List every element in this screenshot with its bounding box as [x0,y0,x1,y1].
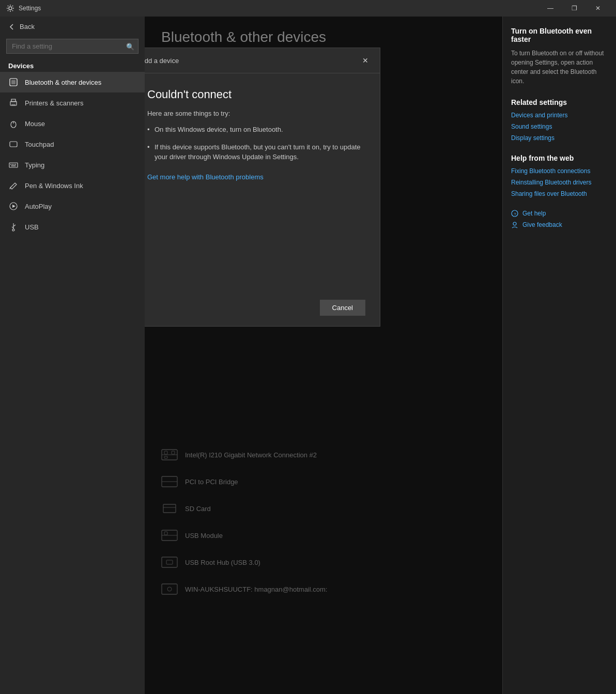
link-fixing-bluetooth[interactable]: Fixing Bluetooth connections [511,167,608,175]
sidebar-item-pen[interactable]: Pen & Windows Ink [0,175,145,196]
right-panel-tip: Turn on Bluetooth even faster To turn Bl… [511,27,608,86]
dialog-bullet-2: If this device supports Bluetooth, but y… [147,142,365,162]
add-device-dialog: Add a device ✕ Couldn't connect Here are… [145,48,380,327]
sidebar-item-autoplay[interactable]: AutoPlay [0,196,145,217]
dialog-bluetooth-help-link[interactable]: Get more help with Bluetooth problems [147,173,264,181]
minimize-button[interactable]: — [538,0,562,17]
feedback-icon [511,221,518,228]
svg-rect-13 [11,104,16,106]
sidebar-item-label-touchpad: Touchpad [25,141,54,148]
svg-rect-16 [10,142,17,147]
sidebar-item-label-printers: Printers & scanners [25,99,83,107]
svg-point-3 [7,8,8,9]
get-help-label: Get help [522,210,546,217]
svg-point-8 [8,10,9,11]
settings-icon [6,4,14,12]
svg-point-7 [12,6,13,7]
dialog-close-button[interactable]: ✕ [358,53,373,68]
titlebar-controls: — ❐ ✕ [538,0,610,17]
usb-icon [8,222,19,232]
dialog-body: Couldn't connect Here are some things to… [145,73,380,291]
link-sharing-files[interactable]: Sharing files over Bluetooth [511,190,608,197]
tip-text: To turn Bluetooth on or off without open… [511,49,608,86]
keyboard-icon [8,160,19,170]
dialog-subtitle: Here are some things to try: [147,110,365,117]
dialog-title: Add a device [145,57,179,65]
main-content: Bluetooth & other devices + Add Bluetoot… [145,17,502,694]
svg-point-5 [8,6,9,7]
right-panel-related: Related settings Devices and printers So… [511,98,608,142]
titlebar-title: Settings [19,5,41,12]
give-feedback-button[interactable]: Give feedback [511,221,608,228]
link-reinstalling-drivers[interactable]: Reinstalling Bluetooth drivers [511,179,608,186]
titlebar-left: Settings [6,4,41,12]
svg-point-6 [12,10,13,11]
dialog-titlebar: Add a device ✕ [145,48,380,73]
sidebar-item-touchpad[interactable]: Touchpad [0,134,145,155]
right-panel-actions: ? Get help Give feedback [511,210,608,228]
back-icon [8,23,16,30]
sidebar-item-label-mouse: Mouse [25,120,45,128]
svg-line-27 [13,225,16,226]
mouse-icon [8,118,19,129]
tip-heading: Turn on Bluetooth even faster [511,27,608,43]
svg-point-4 [13,8,14,9]
dialog-bullet-1: On this Windows device, turn on Bluetoot… [147,125,365,135]
printer-icon [8,98,19,108]
svg-text:?: ? [514,212,516,217]
svg-line-23 [10,188,10,189]
sidebar-item-label-bluetooth: Bluetooth & other devices [25,79,101,86]
sidebar-item-printers[interactable]: Printers & scanners [0,92,145,113]
autoplay-icon [8,201,19,211]
maximize-button[interactable]: ❐ [562,0,586,17]
svg-rect-10 [11,80,16,84]
search-input[interactable] [6,39,138,54]
sidebar-back-button[interactable]: Back [0,17,145,37]
give-feedback-label: Give feedback [522,221,562,228]
close-button[interactable]: ✕ [586,0,610,17]
sidebar-section-label: Devices [0,58,145,72]
sidebar-search: 🔍 [6,39,138,54]
sidebar-item-bluetooth[interactable]: Bluetooth & other devices [0,72,145,92]
svg-point-0 [9,7,12,10]
svg-point-52 [513,222,516,225]
search-icon: 🔍 [126,42,134,50]
dialog-bullets: On this Windows device, turn on Bluetoot… [147,125,365,162]
related-heading: Related settings [511,98,608,106]
svg-point-2 [10,11,11,12]
right-panel: Turn on Bluetooth even faster To turn Bl… [502,17,616,694]
bluetooth-icon [8,77,19,87]
svg-rect-17 [9,163,18,167]
dialog-cancel-button[interactable]: Cancel [320,300,365,316]
svg-marker-25 [12,205,16,208]
sidebar-item-usb[interactable]: USB [0,217,145,237]
touchpad-icon [8,139,19,149]
sidebar-item-label-typing: Typing [25,161,44,169]
dialog-footer: Cancel [145,291,380,326]
link-devices-printers[interactable]: Devices and printers [511,112,608,119]
sidebar-back-label: Back [20,23,35,30]
dialog-heading: Couldn't connect [147,88,365,101]
help-icon: ? [511,210,518,217]
sidebar-item-label-usb: USB [25,223,39,231]
right-panel-help: Help from the web Fixing Bluetooth conne… [511,154,608,197]
sidebar-item-label-autoplay: AutoPlay [25,203,52,210]
app-container: Back 🔍 Devices Bluetooth & other devices [0,17,616,694]
link-display-settings[interactable]: Display settings [511,134,608,142]
svg-point-1 [10,5,11,6]
dialog-overlay: Add a device ✕ Couldn't connect Here are… [145,17,502,694]
help-heading: Help from the web [511,154,608,162]
titlebar: Settings — ❐ ✕ [0,0,616,17]
sidebar-item-typing[interactable]: Typing [0,155,145,175]
link-sound-settings[interactable]: Sound settings [511,123,608,130]
pen-icon [8,180,19,191]
sidebar: Back 🔍 Devices Bluetooth & other devices [0,17,145,694]
sidebar-item-mouse[interactable]: Mouse [0,113,145,134]
sidebar-item-label-pen: Pen & Windows Ink [25,182,83,190]
get-help-button[interactable]: ? Get help [511,210,608,217]
